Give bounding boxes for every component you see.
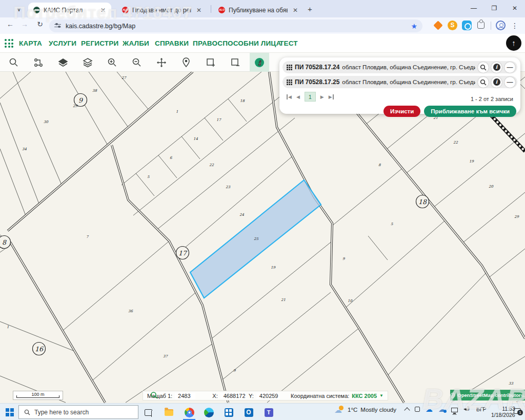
first-page-button[interactable]: ◀ [287,94,292,99]
svg-text:9: 9 [78,96,83,104]
tab-alo-publish[interactable]: ALO Публикуване на обява - Прод ✕ [213,3,304,17]
window-minimize-button[interactable]: — [463,0,484,17]
map-canvas: 98161718 2738293034118171465222324251921… [0,72,525,403]
tab-search-chevron-icon[interactable]: ∨ [13,4,25,14]
crs-value[interactable]: ККС 2005 [352,393,377,399]
new-tab-button[interactable]: + [308,5,312,13]
crs-dropdown-icon[interactable]: ▼ [379,393,383,398]
browser-menu-icon[interactable]: ⋮ [511,21,521,31]
next-page-button[interactable]: ▶ [320,94,324,99]
parcel-label: 25 [254,237,258,241]
result-row[interactable]: ПИ 70528.17.25 област Пловдив, община Съ… [282,76,517,88]
result-info-button[interactable]: i [491,77,502,88]
nav-spravki[interactable]: СПРАВКИ [155,34,189,53]
route-tool-icon[interactable] [29,53,48,72]
coordinate-search-icon[interactable] [150,391,158,399]
prev-page-button[interactable]: ◀ [296,94,300,99]
nav-pravosposobni[interactable]: ПРАВОСПОСОБНИ ЛИЦА [193,34,281,53]
notification-center[interactable]: 1 [514,408,521,414]
tab-close-icon[interactable]: ✕ [291,7,299,14]
site-info-icon[interactable] [54,23,62,29]
window-maximize-button[interactable]: ❐ [484,0,504,17]
rect-subtract-tool-icon[interactable] [226,53,245,72]
zoom-out-tool-icon[interactable] [127,53,147,72]
osm-attribution[interactable]: © OpenStreetMap contributors. [450,390,525,401]
tab-alo-listing[interactable]: ALO Продава имот до регулация в ✕ [117,3,207,17]
remove-result-button[interactable]: — [504,77,515,88]
tray-app-icon[interactable] [415,407,420,412]
extensions-puzzle-icon[interactable] [476,21,487,31]
blue-extension-icon[interactable] [462,21,472,31]
tab-kais-portal[interactable]: КАИС Портал ✕ [28,3,111,17]
scale-value[interactable]: 2483 [175,393,195,399]
parcel-label: 21 [281,298,286,302]
s-extension-icon[interactable]: S [448,21,458,31]
reload-button[interactable]: ↻ [34,20,46,28]
info-tool-icon[interactable]: i [250,53,269,72]
url-bar[interactable]: kais.cadastre.bg/bg/Map ★ [49,19,422,32]
forward-button[interactable]: → [18,20,31,28]
clear-button[interactable]: Изчисти [383,106,420,117]
layers-outline-tool-icon[interactable] [78,53,97,72]
result-info-button[interactable]: i [491,62,502,73]
cadastral-map[interactable]: 98161718 2738293034118171465222324251921… [0,72,525,403]
result-row[interactable]: ПИ 70528.17.24 област Пловдив, община Съ… [282,61,517,73]
last-page-button[interactable]: ▶ [329,94,334,99]
tab-separator [211,5,211,13]
taskbar-search-input[interactable]: Type here to search [18,405,138,419]
pan-tool-icon[interactable] [152,53,171,72]
cloud-sync-icon[interactable]: ☁ [438,406,446,413]
marker-tool-icon[interactable] [176,53,196,72]
parcel-label: 14 [193,137,198,141]
profile-avatar[interactable] [496,21,506,31]
network-icon[interactable] [451,408,458,412]
language-indicator[interactable]: БГР [476,406,487,412]
remove-result-button[interactable]: — [504,62,515,73]
nav-karta[interactable]: КАРТА [19,34,42,53]
svg-text:16: 16 [35,345,44,353]
tab-close-icon[interactable]: ✕ [99,7,107,14]
parcel-label: 37 [163,354,168,358]
teams-button[interactable]: T [262,406,275,419]
metamask-extension-icon[interactable] [433,21,443,31]
chrome-button[interactable] [183,406,196,419]
volume-icon[interactable] [463,406,471,412]
zoom-to-result-button[interactable] [478,77,489,88]
zoom-all-button[interactable]: Приближаване към всички [424,106,516,117]
y-label: Y: [249,393,254,399]
edge-button[interactable] [202,406,215,419]
onedrive-icon[interactable]: ☁ [426,406,433,413]
search-tool-icon[interactable] [4,53,24,72]
window-close-button[interactable]: ✕ [504,0,525,17]
apps-grid-icon[interactable] [5,39,13,48]
nav-uslugi[interactable]: УСЛУГИ [49,34,76,53]
bookmark-star-icon[interactable]: ★ [411,22,417,30]
tab-title: Продава имот до регулация в [132,7,191,14]
file-explorer-button[interactable] [162,406,175,419]
start-button[interactable] [6,408,14,416]
zoom-to-result-button[interactable] [478,62,489,73]
layers-filled-tool-icon[interactable] [53,53,73,72]
y-value[interactable]: 420259 [256,393,279,399]
clock[interactable]: 11:53 1/18/2026 [491,406,515,418]
nav-test[interactable]: ТЕСТ [279,34,298,53]
tray-expand-icon[interactable] [404,407,410,413]
parcel-label: 1 [7,325,9,329]
back-button[interactable]: ← [4,20,16,28]
current-page[interactable]: 1 [305,92,316,102]
zoom-in-tool-icon[interactable] [103,53,122,72]
parcel-label: 10 [348,299,352,303]
weather-icon: ☁ [334,406,345,414]
weather-widget[interactable]: ☁ 1°C Mostly cloudy [334,406,396,414]
nav-registri[interactable]: РЕГИСТРИ [81,34,118,53]
task-view-button[interactable] [142,406,155,419]
scroll-top-button[interactable]: ↑ [506,35,521,51]
nav-zhalbi[interactable]: ЖАЛБИ [123,34,149,53]
x-value[interactable]: 4688172 [220,393,246,399]
parcel-grid-icon [287,65,292,70]
rect-add-tool-icon[interactable] [201,53,220,72]
store-button[interactable] [222,406,235,419]
tab-close-icon[interactable]: ✕ [195,7,203,14]
screen: ∨ КАИС Портал ✕ ALO Продава имот до регу… [0,0,525,420]
outlook-button[interactable]: O [242,406,255,419]
